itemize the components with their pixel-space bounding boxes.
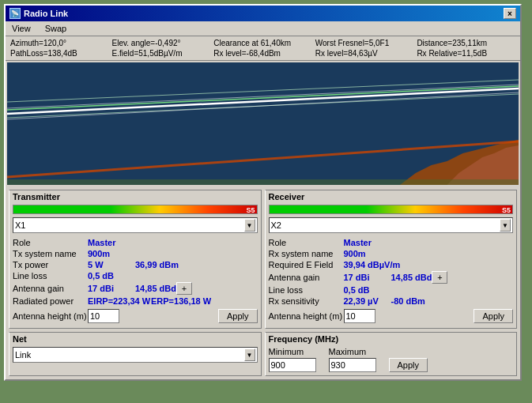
rx-signal-label: S5 (502, 205, 511, 215)
info-fresnel: Worst Fresnel=5,0F1 (314, 38, 416, 48)
rx-antenna-value: 17 dBi (344, 273, 391, 282)
rx-signal-bar: S5 (269, 205, 514, 214)
tx-height-label: Antenna height (m) (13, 311, 88, 321)
info-bar: Azimuth=120,0° Elev. angle=-0,492° Clear… (6, 36, 520, 61)
net-select[interactable]: Link ▼ (13, 347, 258, 363)
freq-min-label: Minimum (269, 347, 316, 356)
tx-antenna-db: 14,85 dBd (135, 284, 176, 293)
tx-power-row: Tx power 5 W 36,99 dBm (13, 260, 258, 269)
rx-role-value: Master (344, 238, 391, 247)
rx-sensitivity-value: 22,39 µV (344, 296, 391, 306)
rx-system-label: Rx system name (269, 249, 344, 258)
tx-station-select[interactable]: X1 ▼ (13, 217, 258, 233)
rx-height-row: Antenna height (m) Apply (269, 309, 514, 323)
rx-sensitivity-row: Rx sensitivity 22,39 µV -80 dBm (269, 296, 514, 306)
net-panel: Net Link ▼ (9, 332, 262, 376)
title-bar: 📡 Radio Link × (6, 6, 520, 21)
tx-antenna-row: Antenna gain 17 dBi 14,85 dBd + (13, 282, 258, 295)
rx-sensitivity-dbm: -80 dBm (391, 296, 431, 306)
freq-title: Frequency (MHz) (269, 334, 514, 344)
tx-power-value: 5 W (88, 260, 135, 269)
close-button[interactable]: × (504, 8, 516, 19)
rx-system-value: 900m (344, 249, 391, 258)
rx-plus-button[interactable]: + (432, 271, 447, 284)
chart-svg (7, 62, 519, 185)
transmitter-title: Transmitter (13, 192, 258, 202)
rx-reqfield-row: Required E Field 39,94 dBµV/m (269, 260, 514, 269)
tx-power-dbm: 36,99 dBm (135, 260, 179, 269)
info-efield: E.field=51,5dBµV/m (111, 48, 213, 58)
tx-signal-label: S5 (246, 205, 255, 215)
menu-swap[interactable]: Swap (42, 23, 70, 34)
rx-sensitivity-label: Rx sensitivity (269, 296, 344, 306)
tx-antenna-label: Antenna gain (13, 284, 88, 293)
rx-height-input[interactable] (344, 309, 375, 323)
rx-station-select[interactable]: X2 ▼ (269, 217, 514, 233)
tx-role-row: Role Master (13, 238, 258, 247)
net-title: Net (13, 334, 258, 344)
title-bar-left: 📡 Radio Link (9, 8, 68, 19)
rx-height-label: Antenna height (m) (269, 311, 344, 321)
info-azimuth: Azimuth=120,0° (9, 38, 111, 48)
info-rxlevel2: Rx level=84,63µV (314, 48, 416, 58)
freq-apply-button[interactable]: Apply (389, 358, 428, 372)
rx-antenna-label: Antenna gain (269, 273, 344, 282)
tx-apply-button[interactable]: Apply (218, 309, 258, 323)
info-rxrel: Rx Relative=11,5dB (415, 48, 517, 58)
rx-role-row: Role Master (269, 238, 514, 247)
rx-station-value: X2 (271, 220, 281, 230)
rx-select-arrow[interactable]: ▼ (500, 219, 511, 232)
menu-bar: View Swap (6, 21, 520, 36)
rx-lineloss-row: Line loss 0,5 dB (269, 285, 514, 295)
rx-apply-button[interactable]: Apply (474, 309, 513, 323)
rx-system-row: Rx system name 900m (269, 249, 514, 258)
freq-min-input[interactable] (269, 358, 316, 372)
info-pathloss: PathLoss=138,4dB (9, 48, 111, 58)
tx-radiated-label: Radiated power (13, 296, 88, 306)
freq-max-label: Maximum (329, 347, 376, 356)
rx-role-label: Role (269, 238, 344, 247)
info-elev: Elev. angle=-0,492° (111, 38, 213, 48)
tx-system-label: Tx system name (13, 249, 88, 258)
rx-reqfield-label: Required E Field (269, 260, 344, 269)
freq-max-col: Maximum (329, 347, 376, 372)
frequency-panel: Frequency (MHz) Minimum Maximum Apply (265, 332, 518, 376)
bottom-panels: Net Link ▼ Frequency (MHz) Minimum Maxim… (6, 332, 520, 379)
net-select-arrow[interactable]: ▼ (244, 348, 255, 361)
menu-view[interactable]: View (9, 23, 34, 34)
tx-lineloss-row: Line loss 0,5 dB (13, 271, 258, 281)
app-icon: 📡 (9, 8, 21, 19)
tx-eirp: EIRP=223,34 W (88, 296, 151, 306)
tx-power-label: Tx power (13, 260, 88, 269)
info-rxlevel: Rx level=-68,4dBm (212, 48, 314, 58)
tx-signal-bar: S5 (13, 205, 258, 214)
receiver-panel: Receiver S5 X2 ▼ Role Master Rx system n… (265, 190, 518, 329)
info-clearance: Clearance at 61,40km (212, 38, 314, 48)
rx-reqfield-value: 39,94 dBµV/m (344, 260, 401, 269)
tx-lineloss-label: Line loss (13, 271, 88, 281)
tx-role-label: Role (13, 238, 88, 247)
rx-antenna-db: 14,85 dBd (391, 273, 432, 282)
chart-area (7, 62, 519, 185)
tx-erp: ERP=136,18 W (151, 296, 211, 306)
tx-lineloss-value: 0,5 dB (88, 271, 135, 281)
tx-radiated-row: Radiated power EIRP=223,34 W ERP=136,18 … (13, 296, 258, 306)
tx-antenna-value: 17 dBi (88, 284, 135, 293)
tx-station-value: X1 (15, 220, 25, 230)
net-value: Link (15, 350, 31, 360)
freq-max-input[interactable] (329, 358, 376, 372)
tx-height-input[interactable] (88, 309, 119, 323)
receiver-title: Receiver (269, 192, 514, 202)
tx-role-value: Master (88, 238, 135, 247)
rx-antenna-row: Antenna gain 17 dBi 14,85 dBd + (269, 271, 514, 284)
tx-system-row: Tx system name 900m (13, 249, 258, 258)
freq-row: Minimum Maximum Apply (269, 347, 514, 372)
radio-link-window: 📡 Radio Link × View Swap Azimuth=120,0° … (4, 4, 522, 381)
tx-plus-button[interactable]: + (176, 282, 192, 295)
tx-select-arrow[interactable]: ▼ (244, 219, 255, 232)
tx-system-value: 900m (88, 249, 135, 258)
rx-lineloss-value: 0,5 dB (344, 285, 391, 295)
rx-lineloss-label: Line loss (269, 285, 344, 295)
tx-height-row: Antenna height (m) Apply (13, 309, 258, 323)
transmitter-panel: Transmitter S5 X1 ▼ Role Master Tx syste… (9, 190, 262, 329)
